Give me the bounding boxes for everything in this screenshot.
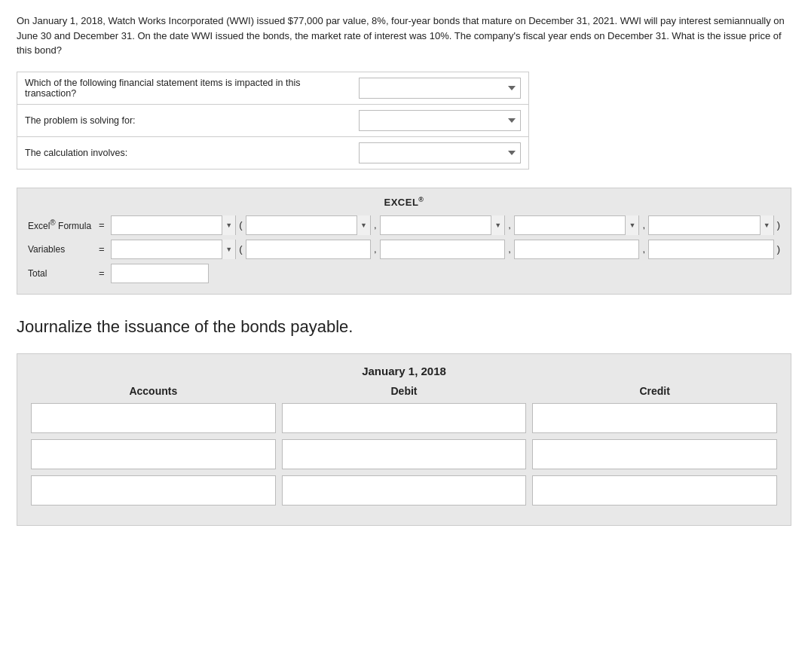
variables-row: Variables = ▼ ( , , , ) (28, 240, 780, 259)
formula-input-2[interactable] (246, 218, 357, 232)
formula-input-4[interactable] (515, 218, 626, 232)
formula-input-2-wrap[interactable]: ▼ (246, 215, 372, 235)
var-input-3-wrap[interactable] (380, 240, 506, 259)
question-label-1: The problem is solving for: (17, 104, 352, 136)
var-dropdown-1[interactable]: ▼ (222, 240, 235, 259)
solving-for-select[interactable] (359, 110, 521, 131)
formula-input-5-wrap[interactable]: ▼ (648, 215, 774, 235)
formula-row-label: Excel® Formula (28, 218, 96, 231)
journal-cell-credit-2[interactable] (532, 475, 777, 506)
formula-input-4-wrap[interactable]: ▼ (514, 215, 640, 235)
total-input[interactable] (111, 264, 209, 283)
journal-cell-debit-1[interactable] (282, 439, 527, 469)
intro-paragraph: On January 1, 2018, Watch Works Incorpor… (17, 14, 791, 58)
journal-input-accounts-1[interactable] (32, 440, 275, 469)
var-input-5[interactable] (649, 243, 773, 256)
journal-cell-accounts-1[interactable] (31, 439, 276, 469)
journal-input-credit-0[interactable] (533, 404, 776, 432)
journal-input-debit-2[interactable] (283, 476, 526, 505)
var-input-4-wrap[interactable] (514, 240, 640, 259)
formula-dropdown-4[interactable]: ▼ (625, 215, 638, 235)
var-input-1-wrap[interactable]: ▼ (111, 240, 237, 259)
col-header-debit: Debit (282, 385, 527, 397)
var-input-2-wrap[interactable] (246, 240, 372, 259)
formula-dropdown-5[interactable]: ▼ (760, 215, 773, 235)
journal-input-credit-1[interactable] (533, 440, 776, 469)
formula-dropdown-1[interactable]: ▼ (222, 215, 235, 235)
var-input-2[interactable] (246, 243, 371, 256)
formula-dropdown-3[interactable]: ▼ (491, 215, 504, 235)
journal-input-accounts-0[interactable] (32, 404, 275, 432)
var-input-3[interactable] (381, 243, 505, 256)
journal-cell-credit-1[interactable] (532, 439, 777, 469)
var-input-1[interactable] (112, 243, 222, 256)
formula-input-3-wrap[interactable]: ▼ (380, 215, 506, 235)
formula-input-5[interactable] (649, 218, 760, 232)
formula-input-1-wrap[interactable]: ▼ (111, 215, 237, 235)
journal-input-debit-1[interactable] (283, 440, 526, 469)
calculation-involves-select[interactable] (359, 142, 521, 163)
excel-title: EXCEL® (28, 196, 780, 208)
formula-dropdown-2[interactable]: ▼ (357, 215, 370, 235)
financial-statement-item-select[interactable] (359, 78, 521, 99)
formula-input-1[interactable] (112, 218, 222, 232)
formula-input-3[interactable] (381, 218, 491, 232)
journalize-heading: Journalize the issuance of the bonds pay… (17, 317, 791, 337)
var-input-4[interactable] (515, 243, 639, 256)
journal-cell-accounts-2[interactable] (31, 475, 276, 506)
journal-input-accounts-2[interactable] (32, 476, 275, 505)
journal-cell-credit-0[interactable] (532, 403, 777, 433)
journal-date-header: January 1, 2018 (28, 365, 780, 377)
var-input-5-wrap[interactable] (648, 240, 774, 259)
journal-col-headers: Accounts Debit Credit (28, 385, 780, 397)
journal-cell-debit-0[interactable] (282, 403, 527, 433)
question-label-0: Which of the following financial stateme… (17, 72, 352, 104)
excel-section: EXCEL® Excel® Formula = ▼ ( ▼ , ▼ , ▼ , … (17, 188, 791, 295)
journal-row-0 (28, 403, 780, 433)
journal-row-1 (28, 439, 780, 469)
variables-row-label: Variables (28, 244, 96, 255)
excel-formula-row: Excel® Formula = ▼ ( ▼ , ▼ , ▼ , ▼ ) (28, 215, 780, 235)
question-label-2: The calculation involves: (17, 136, 352, 169)
journal-input-debit-0[interactable] (283, 404, 526, 432)
journal-cell-debit-2[interactable] (282, 475, 527, 506)
journal-table-container: January 1, 2018 Accounts Debit Credit (17, 353, 791, 526)
total-label: Total (28, 268, 96, 279)
total-row: Total = (28, 264, 780, 283)
journal-row-2 (28, 475, 780, 506)
journal-input-credit-2[interactable] (533, 476, 776, 505)
col-header-credit: Credit (532, 385, 777, 397)
questions-table: Which of the following financial stateme… (17, 72, 529, 170)
journal-cell-accounts-0[interactable] (31, 403, 276, 433)
col-header-accounts: Accounts (31, 385, 276, 397)
